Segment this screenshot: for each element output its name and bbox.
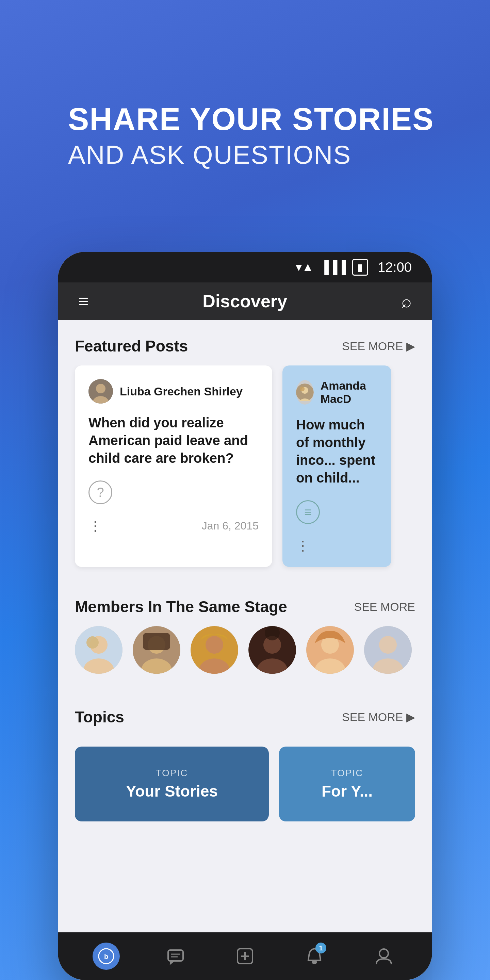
topic-card-1[interactable]: TOPIC Your Stories <box>75 746 269 821</box>
svg-point-37 <box>379 949 388 958</box>
post-menu-dots-2[interactable]: ⋮ <box>296 538 310 553</box>
search-icon[interactable]: ⌕ <box>401 291 412 311</box>
topic-label-1: TOPIC <box>156 768 188 778</box>
post-footer-2: ⋮ <box>296 538 378 553</box>
members-see-more[interactable]: SEE MORE <box>354 600 415 614</box>
topic-title-2: For Y... <box>311 782 383 800</box>
post-card-2[interactable]: Amanda MacD How much of monthly inco... … <box>282 366 391 567</box>
bottom-nav-home[interactable]: b <box>92 943 120 970</box>
post-menu-dots-1[interactable]: ⋮ <box>89 518 102 533</box>
member-avatar-3[interactable] <box>191 626 238 674</box>
author-name-2: Amanda MacD <box>321 379 378 406</box>
post-card-1[interactable]: Liuba Grechen Shirley When did you reali… <box>75 366 272 567</box>
author-name-1: Liuba Grechen Shirley <box>120 385 243 398</box>
member-avatar-6[interactable] <box>364 626 412 674</box>
featured-posts-list: Liuba Grechen Shirley When did you reali… <box>58 366 432 581</box>
messages-icon <box>162 943 189 970</box>
post-author-2: Amanda MacD <box>296 379 378 406</box>
post-author-1: Liuba Grechen Shirley <box>89 379 259 404</box>
featured-posts-title: Featured Posts <box>75 337 188 355</box>
profile-icon <box>370 943 398 970</box>
topics-header: Topics SEE MORE ▶ <box>58 691 432 737</box>
post-title-1: When did you realize American paid leave… <box>89 414 259 467</box>
author-avatar-1 <box>89 379 113 404</box>
members-title: Members In The Same Stage <box>75 598 287 616</box>
topics-see-more[interactable]: SEE MORE ▶ <box>342 710 415 724</box>
home-icon: b <box>92 943 120 970</box>
topic-title-1: Your Stories <box>116 782 228 800</box>
svg-rect-13 <box>143 633 170 650</box>
header-subtitle: AND ASK QUESTIONS <box>68 140 434 169</box>
svg-point-15 <box>205 636 223 654</box>
svg-point-25 <box>379 636 397 654</box>
featured-posts-see-more[interactable]: SEE MORE ▶ <box>342 339 415 353</box>
svg-rect-29 <box>168 950 183 961</box>
members-list <box>58 626 432 691</box>
member-avatar-1[interactable] <box>75 626 123 674</box>
topic-label-2: TOPIC <box>331 768 363 778</box>
svg-point-1 <box>96 384 105 393</box>
signal-icon: ▐▐▐ <box>320 260 346 274</box>
member-avatar-5[interactable] <box>306 626 354 674</box>
create-icon <box>231 943 259 970</box>
post-footer-1: ⋮ Jan 6, 2015 <box>89 518 259 533</box>
phone-mockup: ▾▲ ▐▐▐ ▮ 12:00 ≡ Discovery ⌕ Featured Po… <box>58 252 432 980</box>
featured-posts-header: Featured Posts SEE MORE ▶ <box>58 320 432 366</box>
header-area: SHARE YOUR STORIES AND ASK QUESTIONS <box>68 102 434 169</box>
post-title-2: How much of monthly inco... spent on chi… <box>296 416 378 487</box>
question-icon-1: ? <box>89 480 112 504</box>
bottom-nav-notifications[interactable]: 1 <box>301 943 328 970</box>
menu-icon[interactable]: ≡ <box>78 291 89 311</box>
question-icon-2: ≡ <box>296 500 320 524</box>
battery-icon: ▮ <box>352 259 368 275</box>
content-area: Featured Posts SEE MORE ▶ Liuba Grechen … <box>58 320 432 932</box>
author-avatar-2 <box>296 380 314 404</box>
svg-point-20 <box>265 626 280 640</box>
bottom-nav-create[interactable] <box>231 943 259 970</box>
notification-badge: 1 <box>315 943 326 953</box>
nav-title: Discovery <box>202 291 287 311</box>
post-date-1: Jan 6, 2015 <box>202 520 259 532</box>
navigation-bar: ≡ Discovery ⌕ <box>58 282 432 320</box>
svg-text:b: b <box>104 953 108 960</box>
members-header: Members In The Same Stage SEE MORE <box>58 581 432 626</box>
member-avatar-2[interactable] <box>133 626 180 674</box>
bottom-nav-profile[interactable] <box>370 943 398 970</box>
svg-point-5 <box>300 387 305 391</box>
status-bar: ▾▲ ▐▐▐ ▮ 12:00 <box>58 252 432 282</box>
svg-point-9 <box>86 636 99 649</box>
header-title: SHARE YOUR STORIES <box>68 102 434 137</box>
topics-title: Topics <box>75 708 124 726</box>
status-icons: ▾▲ ▐▐▐ ▮ 12:00 <box>296 259 412 275</box>
wifi-icon: ▾▲ <box>296 260 314 274</box>
member-avatar-4[interactable] <box>248 626 296 674</box>
topics-list: TOPIC Your Stories TOPIC For Y... <box>58 737 432 838</box>
svg-point-36 <box>312 961 317 964</box>
topic-card-2[interactable]: TOPIC For Y... <box>279 746 415 821</box>
bottom-nav-messages[interactable] <box>162 943 189 970</box>
status-time: 12:00 <box>378 259 412 275</box>
bottom-nav: b <box>58 932 432 980</box>
